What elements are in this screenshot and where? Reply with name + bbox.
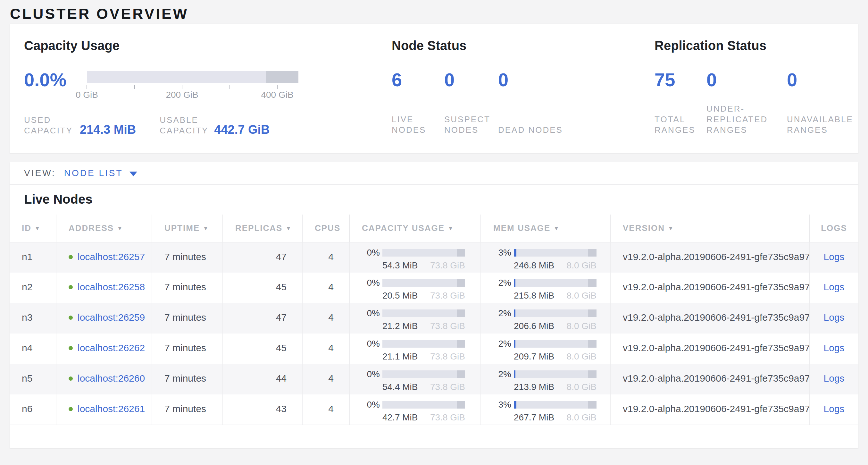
capacity-metric: USED CAPACITY214.3 MiB [24,115,136,136]
node-logs-link[interactable]: Logs [824,403,844,414]
usage-bar-dark-segment [457,310,465,317]
live-nodes-table: ID▼ADDRESS▼UPTIME▼REPLICAS▼CPUSCAPACITY … [10,214,858,425]
node-version: v19.2.0-alpha.20190606-2491-gfe735c9a97 [623,252,809,262]
usage-bar-fill [514,401,516,409]
node-cpus: 4 [328,312,334,323]
usage-bar [514,310,596,317]
node-address-link[interactable]: localhost:26259 [78,312,145,323]
capacity-axis-label: 0 GiB [75,90,98,100]
usage-bar-fill [514,279,516,287]
live-status-icon [69,316,73,320]
table-header-row: ID▼ADDRESS▼UPTIME▼REPLICAS▼CPUSCAPACITY … [10,214,858,242]
node-address-link[interactable]: localhost:26258 [78,282,145,292]
sort-descending-icon: ▼ [35,226,41,232]
chevron-down-icon [129,172,137,176]
node-logs-link[interactable]: Logs [824,343,844,353]
replication-item: 75TOTAL RANGES [654,69,707,135]
column-header-replicas[interactable]: REPLICAS▼ [223,214,302,242]
column-header-cpus: CPUS [302,214,349,242]
usage-percent: 3% [493,400,511,410]
usage-used-value: 54.3 MiB [382,260,418,271]
node-uptime: 7 minutes [164,343,206,353]
node-uptime: 7 minutes [164,252,206,262]
usage-total-value: 73.8 GiB [430,260,465,271]
metric-value: 442.7 GiB [214,123,270,136]
usage-meter: 3%246.8 MiB8.0 GiB [493,248,598,271]
usage-percent: 0% [361,248,380,258]
capacity-axis-label: 400 GiB [261,90,293,100]
usage-total-value: 73.8 GiB [430,321,465,331]
column-header-capacity[interactable]: CAPACITY USAGE▼ [349,214,481,242]
node-logs-link[interactable]: Logs [824,373,844,383]
node-status-section: Node Status 6LIVE NODES0SUSPECT NODES0DE… [392,38,654,135]
column-header-address[interactable]: ADDRESS▼ [56,214,152,242]
usage-used-value: 42.7 MiB [382,412,418,423]
node-status-value: 6 [392,69,444,90]
view-selector-dropdown[interactable]: NODE LIST [64,168,137,178]
node-logs-link[interactable]: Logs [824,312,844,323]
usage-meter: 0%42.7 MiB73.8 GiB [361,400,467,423]
live-nodes-title: Live Nodes [10,185,858,214]
node-replicas: 45 [276,282,286,292]
usage-percent: 0% [361,339,380,349]
node-address-link[interactable]: localhost:26257 [78,252,145,262]
usage-bar-fill [514,310,516,317]
table-row: n2localhost:262587 minutes4540%20.5 MiB7… [10,272,858,303]
capacity-axis-labels: 0 GiB200 GiB400 GiB [87,90,299,99]
usage-bar [382,340,465,348]
usage-meter: 0%21.1 MiB73.8 GiB [361,339,467,362]
capacity-bar-dark-segment [266,71,299,83]
usage-bar-dark-segment [457,401,465,409]
view-selected-value: NODE LIST [64,168,123,178]
node-cpus: 4 [328,403,334,414]
node-status-items: 6LIVE NODES0SUSPECT NODES0DEAD NODES [392,69,654,135]
node-cpus: 4 [328,282,334,292]
node-replicas: 47 [276,252,286,262]
column-header-label: VERSION [623,223,665,233]
node-logs-link[interactable]: Logs [824,252,844,262]
replication-label: UNDER-REPLICATED RANGES [707,104,787,135]
usage-bar [514,370,596,378]
usage-bar [514,249,596,257]
usage-percent: 0% [361,400,380,410]
usage-used-value: 267.7 MiB [514,412,554,423]
node-address-link[interactable]: localhost:26261 [78,403,145,414]
metric-value: 214.3 MiB [80,123,136,136]
capacity-axis-tick [229,85,230,89]
node-id: n3 [22,312,32,323]
capacity-bar-chart: 0 GiB200 GiB400 GiB [87,69,299,100]
node-replicas: 47 [276,312,286,323]
column-header-id[interactable]: ID▼ [10,214,56,242]
metric-label: USABLE CAPACITY [160,115,213,136]
usage-used-value: 20.5 MiB [382,291,418,301]
table-row: n3localhost:262597 minutes4740%21.2 MiB7… [10,303,858,333]
node-replicas: 45 [276,343,286,353]
usage-bar [382,370,465,378]
column-header-mem[interactable]: MEM USAGE▼ [481,214,610,242]
usage-percent: 2% [493,308,511,318]
replication-item: 0UNAVAILABLE RANGES [787,69,868,135]
node-id: n4 [22,343,32,353]
node-status-item: 0DEAD NODES [498,69,569,135]
usage-bar-fill [514,370,516,378]
column-header-version[interactable]: VERSION▼ [610,214,809,242]
usage-bar [382,310,465,317]
usage-percent: 2% [493,369,511,379]
node-id: n2 [22,282,32,292]
table-row: n1localhost:262577 minutes4740%54.3 MiB7… [10,242,858,272]
replication-status-section: Replication Status 75TOTAL RANGES0UNDER-… [654,38,868,135]
usage-used-value: 21.2 MiB [382,321,418,331]
usage-meter: 0%54.4 MiB73.8 GiB [361,369,467,392]
view-bar: VIEW: NODE LIST [10,162,858,185]
node-version: v19.2.0-alpha.20190606-2491-gfe735c9a97 [623,282,809,292]
node-logs-link[interactable]: Logs [824,282,844,292]
node-id: n6 [22,403,32,414]
usage-bar-dark-segment [588,310,596,317]
cluster-overview-page: CLUSTER OVERVIEW Capacity Usage 0.0% 0 G… [0,0,868,465]
capacity-metrics: USED CAPACITY214.3 MiBUSABLE CAPACITY442… [24,115,391,136]
usage-bar-fill [514,340,516,348]
node-address-link[interactable]: localhost:26262 [78,343,145,353]
node-address-link[interactable]: localhost:26260 [78,373,145,384]
column-header-uptime[interactable]: UPTIME▼ [152,214,223,242]
usage-bar [382,249,465,257]
